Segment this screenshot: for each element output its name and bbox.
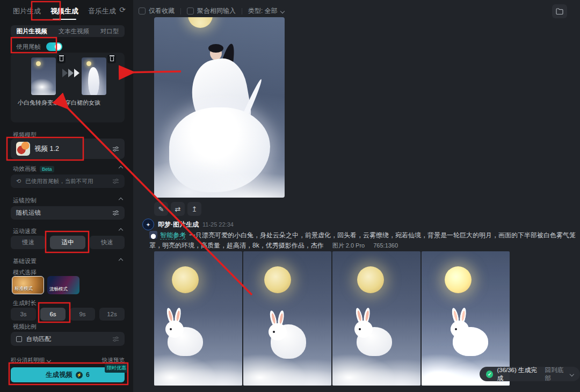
model-name: 视频 1.2 bbox=[34, 144, 108, 154]
subtab-lip-sync[interactable]: 对口型 bbox=[100, 27, 119, 35]
generation-progress: (36/36) 生成完成 bbox=[497, 366, 541, 382]
edit-icon: ✎ bbox=[158, 205, 164, 213]
rabbit-figure bbox=[161, 307, 209, 356]
record-meta-row: ✦ 即梦·图片生成 11-25 22:34 bbox=[142, 219, 234, 230]
upload-button[interactable]: ↥ bbox=[187, 202, 201, 216]
history-refresh-icon[interactable]: ⟳ bbox=[119, 5, 126, 14]
record-prompt: 智能参考一只漂亮可爱的小白兔，身处云朵之中，前景虚化，回头看，云雾缭绕，宛若仙境… bbox=[149, 230, 576, 251]
ratio-label: 视频比例 bbox=[13, 323, 37, 331]
jimeng-logo-icon: ✦ bbox=[142, 219, 154, 230]
generate-cost: 6 bbox=[86, 371, 90, 379]
smart-reference-chip[interactable]: 智能参考 bbox=[160, 231, 186, 239]
basic-settings-label: 基础设置 bbox=[13, 257, 37, 265]
record-model: 图片 2.0 Pro bbox=[332, 242, 365, 249]
chevron-down-icon bbox=[280, 9, 284, 13]
sidebar: 图片生成 视频生成 音乐生成 ⟳ 图片生视频 文本生视频 对口型 使用尾帧 小白… bbox=[0, 0, 133, 392]
asset-folder-button[interactable] bbox=[552, 4, 567, 18]
result-image-3[interactable] bbox=[332, 251, 421, 386]
mode-card-smooth[interactable]: 流畅模式 bbox=[47, 276, 79, 294]
model-section-label: 视频模型 bbox=[13, 131, 37, 139]
tune-icon bbox=[112, 336, 119, 343]
record-ratio: 765:1360 bbox=[373, 242, 398, 249]
delete-first-frame-button[interactable] bbox=[57, 55, 66, 63]
use-endframe-label: 使用尾帧 bbox=[16, 43, 41, 51]
promo-badge: 限时优惠 bbox=[105, 364, 128, 373]
reference-image-icon[interactable] bbox=[149, 231, 157, 239]
camera-motion-selector[interactable]: 随机运镜 bbox=[11, 206, 125, 220]
use-endframe-toggle[interactable] bbox=[46, 42, 62, 51]
first-frame-thumbnail[interactable] bbox=[31, 57, 56, 95]
credits-detail-link[interactable]: 积分消耗明细 bbox=[11, 357, 50, 364]
duration-option-9s[interactable]: 9s bbox=[70, 308, 95, 321]
motion-board-disabled-text: 已使用首尾帧，当前不可用 bbox=[25, 178, 93, 185]
duration-option-12s[interactable]: 12s bbox=[99, 308, 125, 321]
result-image-2[interactable] bbox=[243, 251, 331, 386]
sidebar-footer: 积分消耗明细 快速预览 bbox=[11, 357, 125, 364]
frames-card: 小白兔转身变成身穿白裙的女孩 bbox=[11, 53, 125, 122]
collapse-chevron-icon[interactable] bbox=[119, 258, 123, 263]
quick-preview-link[interactable]: 快速预览 bbox=[102, 357, 125, 364]
main-tabs: 图片生成 视频生成 音乐生成 bbox=[13, 6, 116, 16]
collapse-chevron-icon[interactable] bbox=[119, 228, 123, 233]
tab-image-generation[interactable]: 图片生成 bbox=[13, 6, 41, 16]
duration-label: 生成时长 bbox=[13, 299, 37, 307]
end-frame-thumbnail[interactable] bbox=[82, 57, 106, 95]
duration-option-3s[interactable]: 3s bbox=[11, 308, 36, 321]
app-screen: 图片生成 视频生成 音乐生成 ⟳ 图片生视频 文本生视频 对口型 使用尾帧 小白… bbox=[0, 0, 580, 392]
ratio-value: 自动匹配 bbox=[26, 335, 51, 343]
result-grid bbox=[154, 251, 510, 386]
subtab-image-to-video[interactable]: 图片生视频 bbox=[16, 27, 47, 35]
back-to-bottom-link[interactable]: 回到底部 bbox=[545, 366, 574, 382]
speed-option-fast[interactable]: 快速 bbox=[90, 236, 125, 249]
tab-music-generation[interactable]: 音乐生成 bbox=[88, 6, 116, 16]
moon bbox=[264, 266, 291, 293]
speed-option-slow[interactable]: 慢速 bbox=[11, 236, 46, 249]
mist-layer bbox=[154, 140, 285, 198]
frame-icon: ⟲ bbox=[16, 178, 21, 185]
moon-glow bbox=[188, 17, 213, 28]
chevron-down-icon bbox=[570, 372, 574, 376]
duration-option-6s[interactable]: 6s bbox=[40, 308, 66, 321]
collapse-chevron-icon[interactable] bbox=[119, 166, 123, 170]
generated-image-hanfu-girl[interactable] bbox=[154, 17, 285, 198]
filter-type-dropdown[interactable]: 类型: 全部 bbox=[248, 6, 284, 16]
moon bbox=[172, 266, 199, 293]
record-datetime: 11-25 22:34 bbox=[202, 221, 234, 228]
result-image-4[interactable] bbox=[422, 251, 510, 386]
rabbit-figure bbox=[264, 309, 313, 359]
tune-icon[interactable] bbox=[112, 209, 119, 216]
collapse-chevron-icon[interactable] bbox=[119, 198, 123, 202]
filter-favorites[interactable]: 仅看收藏 bbox=[139, 6, 175, 16]
tune-icon[interactable] bbox=[112, 146, 119, 153]
speed-option-medium[interactable]: 适中 bbox=[50, 236, 85, 249]
model-selector[interactable]: 视频 1.2 bbox=[11, 139, 125, 159]
filter-aggregate-input[interactable]: 聚合相同输入 bbox=[187, 6, 236, 16]
aspect-ratio-icon bbox=[16, 336, 22, 342]
ratio-selector[interactable]: 自动匹配 bbox=[11, 332, 125, 346]
regenerate-button[interactable]: ⇄ bbox=[171, 202, 185, 216]
edit-button[interactable]: ✎ bbox=[154, 202, 168, 216]
camera-motion-value: 随机运镜 bbox=[16, 209, 41, 217]
success-check-icon: ✓ bbox=[486, 371, 493, 378]
checkbox-icon[interactable] bbox=[187, 8, 194, 14]
rabbit-figure bbox=[446, 307, 495, 356]
divider bbox=[242, 8, 242, 14]
fast-forward-icon bbox=[62, 69, 79, 77]
result-image-1[interactable] bbox=[154, 251, 242, 386]
delete-end-frame-button[interactable] bbox=[107, 55, 116, 63]
divider bbox=[180, 8, 181, 14]
rabbit-figure bbox=[350, 307, 398, 356]
gallery-filter-bar: 仅看收藏 聚合相同输入 类型: 全部 bbox=[139, 6, 284, 16]
moon bbox=[357, 266, 384, 293]
generation-status-pill[interactable]: ✓ (36/36) 生成完成 回到底部 bbox=[480, 367, 580, 381]
checkbox-icon[interactable] bbox=[139, 8, 146, 14]
beta-badge: Beta bbox=[40, 166, 54, 172]
mode-card-standard[interactable]: 标准模式 bbox=[12, 276, 44, 294]
tab-video-generation[interactable]: 视频生成 bbox=[50, 6, 78, 16]
mode-label: 流畅模式 bbox=[49, 286, 68, 293]
generate-label: 生成视频 bbox=[46, 371, 73, 380]
repeat-icon: ⇄ bbox=[175, 205, 181, 213]
credit-coin-icon: ⚡ bbox=[76, 372, 83, 379]
mode-label: 标准模式 bbox=[15, 286, 33, 292]
subtab-text-to-video[interactable]: 文本生视频 bbox=[59, 27, 90, 35]
